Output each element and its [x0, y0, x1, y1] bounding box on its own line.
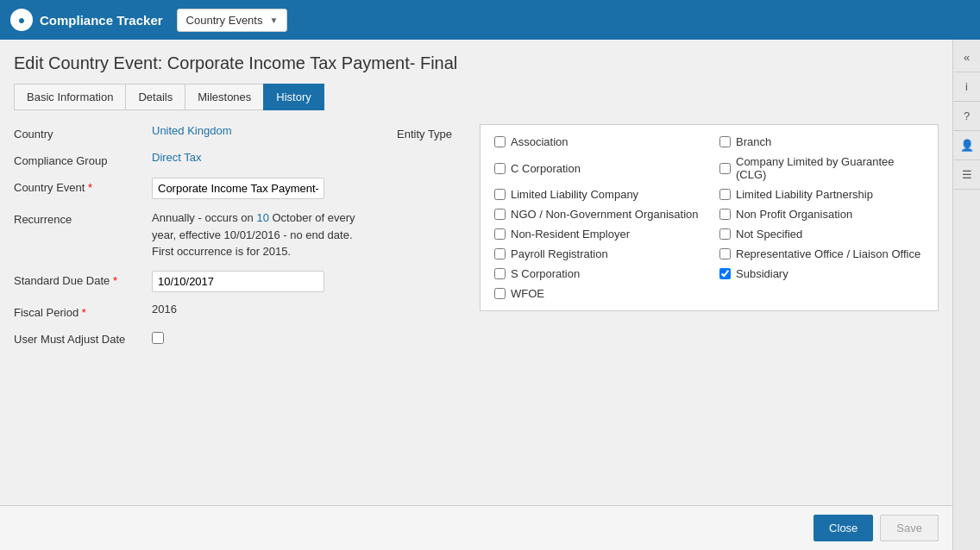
user-adjust-label: User Must Adjust Date	[14, 329, 152, 346]
user-button[interactable]: 👤	[953, 131, 981, 160]
entity-checkbox-non-profit[interactable]	[719, 209, 731, 220]
entity-label-rep-office: Representative Office / Liaison Office	[736, 247, 920, 260]
form-area: Country United Kingdom Compliance Group …	[14, 124, 939, 357]
fiscal-period-field-row: Fiscal Period 2016	[14, 303, 376, 319]
entity-label-c-corp: C Corporation	[511, 162, 581, 175]
tab-basic-information[interactable]: Basic Information	[14, 84, 125, 110]
entity-item-llc: Limited Liability Company	[494, 188, 699, 201]
entity-item-llp: Limited Liability Partnership	[719, 188, 924, 201]
entity-label-subsidiary: Subsidiary	[736, 267, 788, 280]
standard-due-date-input-wrapper	[152, 271, 376, 292]
main-content: Edit Country Event: Corporate Income Tax…	[0, 40, 952, 371]
entity-checkbox-association[interactable]	[494, 136, 506, 147]
entity-label-not-specified: Not Specified	[736, 228, 802, 241]
country-events-dropdown[interactable]: Country Events ▼	[177, 9, 288, 32]
tab-details[interactable]: Details	[125, 84, 185, 110]
standard-due-date-field-row: Standard Due Date	[14, 271, 376, 292]
entity-label-payroll: Payroll Registration	[511, 247, 608, 260]
entity-label-non-profit: Non Profit Organisation	[736, 208, 852, 221]
entity-item-c-corp: C Corporation	[494, 155, 699, 181]
recurrence-text-1: Annually - occurs on	[152, 211, 256, 224]
entity-item-branch: Branch	[719, 135, 924, 148]
entity-label-wfoe: WFOE	[511, 287, 544, 300]
entity-type-section: Entity Type Association Branch	[397, 124, 939, 311]
standard-due-date-input[interactable]	[152, 271, 324, 292]
form-right: Entity Type Association Branch	[397, 124, 939, 357]
entity-type-label: Entity Type	[397, 124, 466, 311]
recurrence-link[interactable]: 10	[256, 211, 268, 224]
entity-item-association: Association	[494, 135, 699, 148]
entity-item-ngo: NGO / Non-Government Organisation	[494, 208, 699, 221]
compliance-group-field-row: Compliance Group Direct Tax	[14, 151, 376, 167]
entity-checkbox-subsidiary[interactable]	[719, 268, 731, 279]
fiscal-period-value: 2016	[152, 303, 376, 316]
entity-label-s-corp: S Corporation	[511, 267, 580, 280]
entity-label-llc: Limited Liability Company	[511, 188, 638, 201]
user-adjust-checkbox-wrapper	[152, 329, 376, 347]
app-header: ● Compliance Tracker Country Events ▼	[0, 0, 980, 40]
entity-item-rep-office: Representative Office / Liaison Office	[719, 247, 924, 260]
compliance-group-label: Compliance Group	[14, 151, 152, 167]
entity-checkbox-llp[interactable]	[719, 189, 731, 200]
entity-item-payroll: Payroll Registration	[494, 247, 699, 260]
entity-label-ngo: NGO / Non-Government Organisation	[511, 208, 698, 221]
fiscal-period-label: Fiscal Period	[14, 303, 152, 319]
page-title: Edit Country Event: Corporate Income Tax…	[14, 53, 939, 73]
entity-checkbox-s-corp[interactable]	[494, 268, 506, 279]
entity-item-subsidiary: Subsidiary	[719, 267, 924, 280]
form-left: Country United Kingdom Compliance Group …	[14, 124, 376, 357]
user-adjust-checkbox[interactable]	[152, 332, 164, 344]
right-sidebar: « i ? 👤 ☰	[952, 40, 980, 371]
entity-item-s-corp: S Corporation	[494, 267, 699, 280]
standard-due-date-label: Standard Due Date	[14, 271, 152, 287]
entity-checkbox-branch[interactable]	[719, 136, 731, 147]
tab-milestones[interactable]: Milestones	[185, 84, 263, 110]
entity-checkbox-non-resident[interactable]	[494, 228, 506, 240]
country-label: Country	[14, 124, 152, 141]
logo-icon: ●	[10, 9, 33, 31]
recurrence-label: Recurrence	[14, 209, 152, 226]
entity-label-branch: Branch	[736, 135, 771, 148]
entity-label-clg: Company Limited by Guarantee (CLG)	[736, 155, 924, 181]
dropdown-label: Country Events	[186, 14, 263, 27]
entity-checkbox-rep-office[interactable]	[719, 248, 731, 259]
country-event-field-row: Country Event	[14, 178, 376, 199]
entity-grid-inner: Association Branch C Corporation C	[494, 135, 924, 300]
entity-item-non-profit: Non Profit Organisation	[719, 208, 924, 221]
entity-checkbox-wfoe[interactable]	[494, 288, 506, 299]
entity-checkbox-payroll[interactable]	[494, 248, 506, 259]
entity-type-grid: Association Branch C Corporation C	[480, 124, 939, 311]
entity-item-wfoe: WFOE	[494, 287, 699, 300]
info-button[interactable]: i	[953, 72, 981, 102]
entity-checkbox-ngo[interactable]	[494, 209, 506, 220]
app-logo: ● Compliance Tracker	[10, 9, 163, 31]
tab-history[interactable]: History	[263, 84, 324, 110]
entity-item-not-specified: Not Specified	[719, 228, 924, 241]
entity-label-association: Association	[511, 135, 568, 148]
country-event-label: Country Event	[14, 178, 152, 194]
recurrence-value: Annually - occurs on 10 October of every…	[152, 209, 376, 260]
app-name: Compliance Tracker	[40, 13, 163, 28]
entity-checkbox-clg[interactable]	[719, 163, 731, 174]
country-field-row: Country United Kingdom	[14, 124, 376, 141]
entity-checkbox-not-specified[interactable]	[719, 228, 731, 240]
entity-checkbox-c-corp[interactable]	[494, 163, 506, 174]
entity-item-non-resident: Non-Resident Employer	[494, 228, 699, 241]
recurrence-text: Annually - occurs on 10 October of every…	[152, 211, 355, 258]
entity-label-llp: Limited Liability Partnership	[736, 188, 873, 201]
country-event-input[interactable]	[152, 178, 324, 199]
settings-button[interactable]: ☰	[953, 160, 981, 190]
user-adjust-field-row: User Must Adjust Date	[14, 329, 376, 347]
compliance-group-value[interactable]: Direct Tax	[152, 151, 376, 164]
chevron-down-icon: ▼	[269, 16, 278, 25]
recurrence-field-row: Recurrence Annually - occurs on 10 Octob…	[14, 209, 376, 260]
entity-item-clg: Company Limited by Guarantee (CLG)	[719, 155, 924, 181]
entity-label-non-resident: Non-Resident Employer	[511, 228, 630, 241]
country-value[interactable]: United Kingdom	[152, 124, 376, 137]
help-button[interactable]: ?	[953, 102, 981, 131]
tab-bar: Basic Information Details Milestones His…	[14, 84, 939, 110]
country-event-input-wrapper	[152, 178, 376, 199]
collapse-button[interactable]: «	[953, 43, 981, 72]
entity-checkbox-llc[interactable]	[494, 189, 506, 200]
